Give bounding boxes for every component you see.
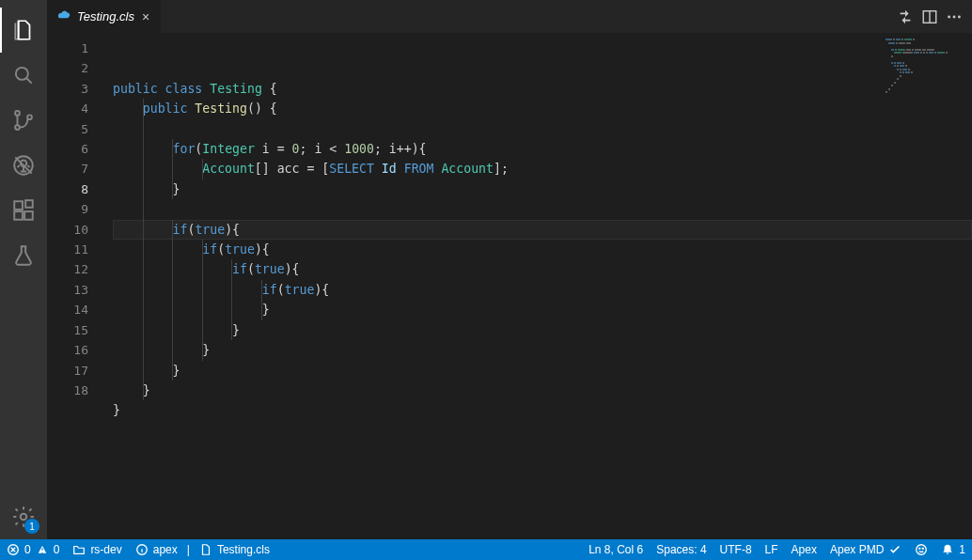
status-file[interactable]: Testing.cls	[193, 539, 276, 560]
svg-rect-6	[14, 201, 23, 210]
svg-rect-9	[25, 200, 33, 208]
status-cursor-position[interactable]: Ln 8, Col 6	[582, 539, 650, 560]
svg-point-13	[948, 15, 950, 18]
status-eol[interactable]: LF	[759, 539, 785, 560]
folder-icon	[72, 543, 86, 556]
svg-point-15	[958, 15, 961, 18]
explorer-icon[interactable]	[0, 8, 47, 53]
status-feedback[interactable]	[908, 539, 934, 560]
status-bar: 0 0 rs-dev apex | Testing.cls Ln 8, Col …	[0, 539, 972, 560]
status-branch[interactable]: rs-dev	[66, 539, 128, 560]
branch-name: rs-dev	[90, 543, 121, 556]
status-encoding[interactable]: UTF-8	[713, 539, 759, 560]
editor-area[interactable]: 123456789101112131415161718 public class…	[47, 33, 972, 539]
close-icon[interactable]: ×	[140, 9, 151, 24]
activity-bar: 1	[0, 0, 47, 539]
status-indentation[interactable]: Spaces: 4	[650, 539, 713, 560]
line-number-gutter: 123456789101112131415161718	[47, 33, 102, 539]
compare-changes-icon[interactable]	[897, 8, 914, 25]
notification-count: 1	[959, 543, 965, 556]
svg-rect-8	[24, 211, 33, 220]
svg-point-0	[16, 68, 28, 80]
error-icon	[7, 543, 20, 556]
bell-icon	[941, 543, 954, 556]
more-actions-icon[interactable]	[946, 8, 963, 25]
settings-badge: 1	[24, 519, 39, 534]
svg-point-20	[923, 548, 924, 549]
test-beaker-icon[interactable]	[0, 233, 47, 278]
svg-point-10	[21, 514, 27, 521]
svg-point-19	[919, 548, 920, 549]
extensions-icon[interactable]	[0, 188, 47, 233]
svg-rect-7	[14, 211, 23, 220]
status-errors[interactable]: 0 0	[0, 539, 66, 560]
search-icon[interactable]	[0, 53, 47, 98]
svg-point-18	[917, 545, 927, 555]
split-editor-icon[interactable]	[921, 8, 938, 25]
warning-icon	[36, 543, 49, 556]
status-separator: |	[184, 539, 193, 560]
svg-point-14	[953, 15, 956, 18]
warning-count: 0	[54, 543, 60, 556]
tab-bar: Testing.cls ×	[47, 0, 972, 33]
status-language-mode[interactable]: Apex	[785, 539, 823, 560]
tab-testing-cls[interactable]: Testing.cls ×	[47, 0, 162, 33]
status-notifications[interactable]: 1	[934, 539, 972, 560]
debug-icon[interactable]	[0, 143, 47, 188]
smiley-icon	[915, 543, 928, 556]
salesforce-cloud-icon	[56, 9, 71, 23]
file-status-text: Testing.cls	[217, 543, 270, 556]
source-control-icon[interactable]	[0, 98, 47, 143]
error-count: 0	[24, 543, 31, 556]
check-icon	[888, 543, 901, 556]
status-apex-pmd[interactable]: Apex PMD	[823, 539, 908, 560]
svg-point-2	[15, 125, 20, 130]
svg-point-3	[27, 115, 32, 119]
status-language-server[interactable]: apex	[129, 539, 184, 560]
settings-gear-icon[interactable]: 1	[0, 494, 47, 539]
info-icon	[135, 543, 149, 556]
file-icon	[199, 543, 212, 556]
code-content[interactable]: public class Testing { public Testing() …	[102, 33, 972, 539]
lang-status-text: apex	[153, 543, 178, 556]
svg-point-1	[15, 111, 20, 116]
tab-filename: Testing.cls	[77, 9, 134, 23]
